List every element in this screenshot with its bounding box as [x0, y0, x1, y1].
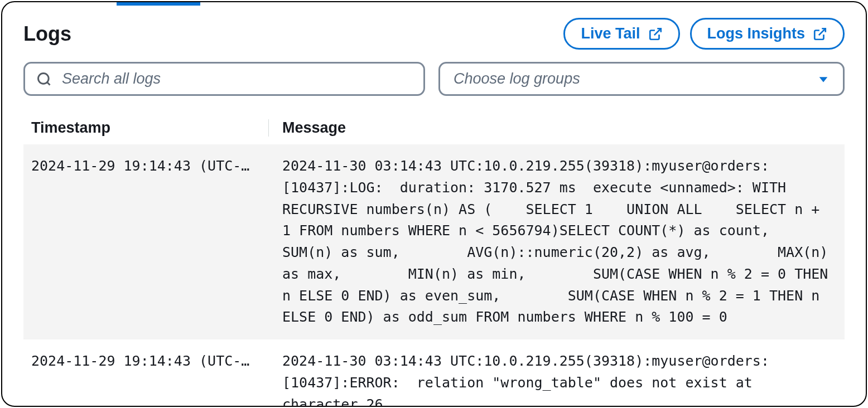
filters-row: Choose log groups [23, 62, 845, 96]
search-box[interactable] [23, 62, 425, 96]
search-input[interactable] [62, 70, 412, 88]
svg-marker-4 [819, 77, 828, 82]
log-groups-dropdown[interactable]: Choose log groups [438, 62, 845, 96]
live-tail-button[interactable]: Live Tail [563, 18, 679, 50]
logs-panel: Logs Live Tail Logs Insights [1, 1, 867, 407]
svg-line-3 [47, 82, 50, 85]
svg-line-0 [654, 28, 660, 35]
header-actions: Live Tail Logs Insights [563, 18, 845, 50]
logs-table: Timestamp Message 2024-11-29 19:14:43 (U… [23, 111, 845, 407]
external-link-icon [813, 27, 827, 41]
external-link-icon [648, 27, 663, 41]
cell-message: 2024-11-30 03:14:43 UTC:10.0.219.255(393… [269, 351, 845, 407]
svg-line-1 [819, 28, 826, 35]
cell-timestamp: 2024-11-29 19:14:43 (UTC-… [23, 351, 269, 407]
cell-timestamp: 2024-11-29 19:14:43 (UTC-… [23, 156, 269, 328]
table-row[interactable]: 2024-11-29 19:14:43 (UTC-… 2024-11-30 03… [23, 144, 845, 339]
table-row[interactable]: 2024-11-29 19:14:43 (UTC-… 2024-11-30 03… [23, 339, 845, 407]
chevron-down-icon [817, 73, 830, 85]
svg-point-2 [38, 73, 49, 84]
cell-message: 2024-11-30 03:14:43 UTC:10.0.219.255(393… [269, 156, 845, 328]
logs-insights-label: Logs Insights [707, 25, 806, 42]
log-groups-placeholder: Choose log groups [454, 70, 580, 88]
page-title: Logs [23, 22, 71, 46]
search-icon [36, 71, 52, 87]
live-tail-label: Live Tail [581, 25, 640, 42]
logs-insights-button[interactable]: Logs Insights [690, 18, 845, 50]
column-header-timestamp[interactable]: Timestamp [23, 119, 269, 137]
column-header-message[interactable]: Message [269, 119, 845, 137]
active-tab-indicator [117, 2, 200, 6]
panel-header: Logs Live Tail Logs Insights [23, 18, 845, 50]
table-header: Timestamp Message [23, 111, 845, 144]
